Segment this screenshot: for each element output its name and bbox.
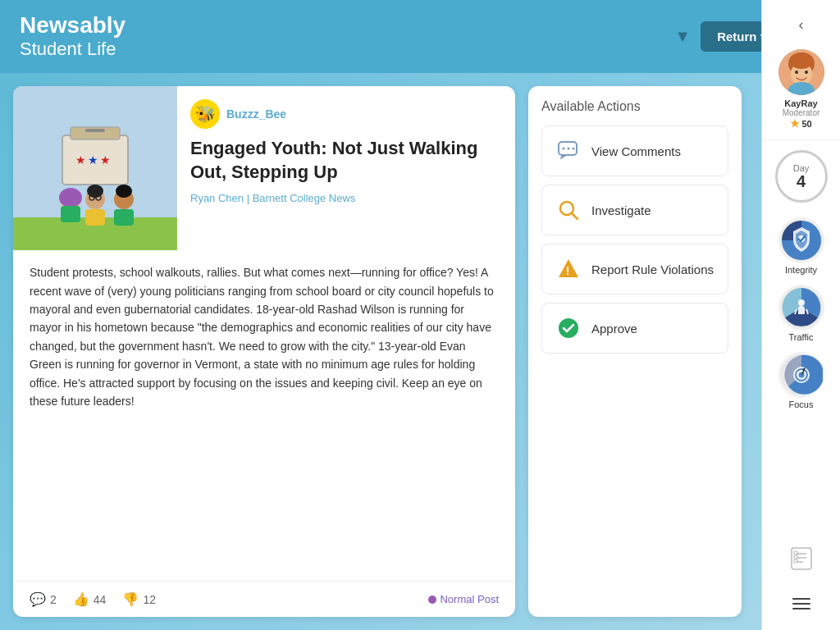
report-label: Report Rule Violations	[591, 262, 714, 276]
status-dot	[428, 596, 436, 604]
report-icon: !	[555, 256, 582, 282]
svg-point-51	[573, 148, 575, 150]
article-footer: 💬 2 👍 44 👎 12 Normal Post	[13, 581, 515, 617]
investigate-button[interactable]: Investigate	[541, 185, 728, 235]
article-image: ★ ★ ★	[13, 86, 177, 250]
focus-label: Focus	[789, 399, 814, 409]
svg-point-11	[798, 299, 805, 306]
article-title: Engaged Youth: Not Just Walking Out, Ste…	[190, 137, 502, 184]
integrity-label: Integrity	[785, 265, 817, 275]
approve-label: Approve	[591, 322, 637, 336]
svg-point-17	[798, 372, 804, 378]
stat-focus[interactable]: Focus	[778, 352, 824, 409]
day-badge: Day 4	[775, 150, 828, 203]
likes-count: 44	[94, 593, 107, 606]
author-name: Buzzz_Bee	[226, 107, 286, 121]
focus-chart	[778, 352, 824, 398]
approve-icon	[555, 315, 582, 341]
stat-traffic[interactable]: Traffic	[778, 285, 824, 342]
menu-button[interactable]	[782, 584, 821, 623]
article-card: ★ ★ ★	[13, 86, 515, 617]
dislike-icon: 👎	[122, 591, 139, 607]
avatar	[778, 49, 824, 95]
user-profile: KayRay Moderator ★ 50	[762, 43, 840, 140]
report-button[interactable]: ! Report Rule Violations	[541, 244, 728, 294]
comments-count: 2	[50, 593, 57, 606]
user-role: Moderator	[783, 108, 820, 117]
dislikes-stat: 👎 12	[122, 591, 156, 607]
author-avatar: 🐝	[190, 99, 220, 129]
actions-panel: Available Actions View Comments	[528, 86, 742, 617]
svg-point-36	[59, 188, 82, 208]
article-meta: 🐝 Buzzz_Bee Engaged Youth: Not Just Walk…	[177, 86, 515, 250]
view-comments-label: View Comments	[591, 144, 681, 158]
svg-point-6	[795, 71, 798, 74]
star-icon: ★	[790, 117, 800, 130]
dropdown-icon[interactable]: ▼	[674, 27, 691, 46]
integrity-chart	[778, 217, 824, 263]
status-badge: Normal Post	[428, 593, 499, 605]
svg-text:!: !	[566, 264, 570, 277]
app-title: Newsably Student Life	[20, 13, 126, 60]
svg-point-3	[789, 52, 814, 69]
author-row: 🐝 Buzzz_Bee	[190, 99, 502, 129]
svg-point-45	[116, 185, 132, 198]
article-top: ★ ★ ★	[13, 86, 515, 250]
checklist-button[interactable]	[782, 538, 821, 578]
comments-stat: 💬 2	[30, 591, 57, 607]
svg-point-49	[563, 148, 565, 150]
like-icon: 👍	[73, 591, 89, 607]
article-body: Student protests, school walkouts, ralli…	[13, 250, 515, 581]
day-number: 4	[797, 173, 806, 189]
back-button[interactable]: ‹	[782, 7, 821, 43]
svg-point-47	[93, 208, 98, 213]
article-source: Ryan Chen | Barnett College News	[190, 192, 502, 204]
approve-button[interactable]: Approve	[541, 303, 728, 354]
svg-text:★: ★	[100, 153, 111, 167]
main-area: ★ ★ ★	[0, 73, 761, 630]
svg-rect-34	[85, 129, 105, 132]
svg-point-55	[559, 318, 578, 338]
menu-line-1	[792, 598, 810, 600]
username: KayRay	[784, 98, 817, 108]
view-comments-button[interactable]: View Comments	[541, 126, 728, 176]
stat-integrity[interactable]: Integrity	[778, 217, 824, 275]
svg-text:★: ★	[88, 153, 98, 167]
likes-stat: 👍 44	[73, 591, 107, 607]
svg-line-53	[572, 213, 578, 219]
header: Newsably Student Life ▼ Return to Feed	[0, 0, 840, 73]
sidebar-right: ‹ KayRay Moderator	[761, 0, 840, 630]
svg-text:★: ★	[75, 153, 86, 167]
app-name: Newsably	[20, 13, 126, 39]
svg-point-7	[805, 71, 808, 74]
actions-title: Available Actions	[541, 99, 728, 114]
menu-line-2	[792, 603, 810, 605]
traffic-label: Traffic	[789, 332, 814, 342]
investigate-icon	[555, 197, 582, 223]
sub-name: Student Life	[20, 39, 126, 60]
investigate-label: Investigate	[591, 203, 651, 217]
day-label: Day	[793, 164, 810, 173]
dislikes-count: 12	[143, 593, 156, 606]
view-comments-icon	[555, 138, 582, 164]
svg-rect-46	[114, 209, 134, 226]
svg-rect-37	[61, 206, 80, 222]
menu-line-3	[792, 608, 810, 609]
comment-icon: 💬	[30, 591, 46, 607]
status-text: Normal Post	[440, 593, 499, 605]
svg-point-50	[568, 148, 570, 150]
traffic-chart	[778, 285, 824, 331]
svg-point-43	[87, 185, 103, 198]
user-stars: ★ 50	[790, 117, 811, 130]
